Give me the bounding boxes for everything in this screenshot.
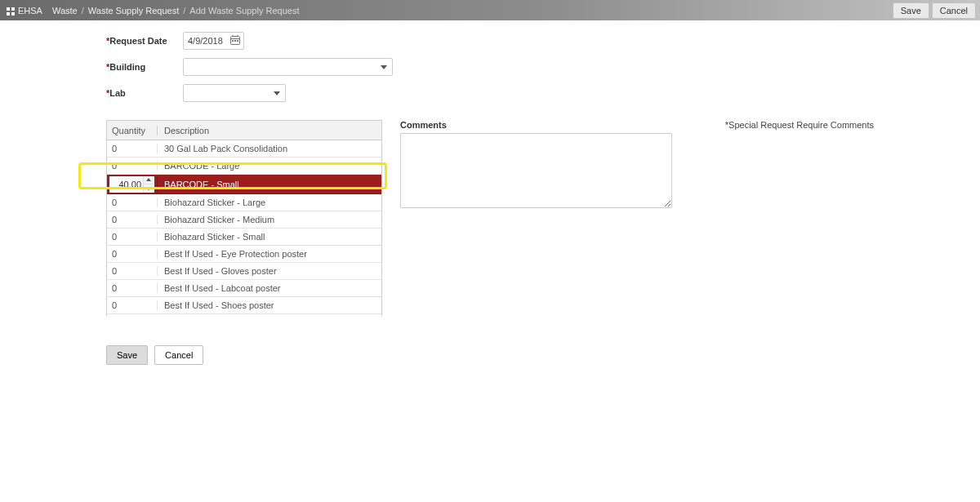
cell-description[interactable]: Biohazard Sticker - Large bbox=[158, 198, 381, 207]
svg-rect-9 bbox=[234, 40, 236, 42]
table-header: Quantity Description bbox=[107, 121, 381, 140]
header-quantity[interactable]: Quantity bbox=[107, 126, 158, 135]
header-description[interactable]: Description bbox=[158, 126, 381, 135]
form-row-building: *Building bbox=[106, 58, 874, 76]
building-select[interactable] bbox=[183, 58, 393, 76]
table-row[interactable]: 0Best If Used - Labcoat poster bbox=[107, 280, 381, 297]
breadcrumb-separator: / bbox=[82, 6, 84, 16]
cell-quantity[interactable]: 0 bbox=[107, 300, 158, 310]
svg-rect-3 bbox=[11, 12, 15, 16]
quantity-input[interactable] bbox=[109, 180, 143, 189]
chevron-down-icon bbox=[381, 65, 387, 69]
calendar-icon[interactable] bbox=[229, 34, 241, 46]
cancel-button[interactable]: Cancel bbox=[154, 345, 203, 365]
svg-rect-0 bbox=[7, 7, 10, 11]
label-lab: *Lab bbox=[106, 88, 183, 98]
cell-description[interactable]: BARCODE - Large bbox=[158, 161, 381, 171]
cell-description[interactable]: Biohazard Sticker - Small bbox=[158, 232, 381, 242]
topbar: EHSA Waste / Waste Supply Request / Add … bbox=[0, 0, 980, 20]
cell-quantity[interactable]: 0 bbox=[107, 144, 158, 153]
table-row[interactable]: 0Biohazard Sticker - Small bbox=[107, 229, 381, 246]
table-row[interactable]: 0Best If Used - Shoes poster bbox=[107, 297, 381, 314]
breadcrumb-app[interactable]: EHSA bbox=[18, 6, 42, 16]
cell-quantity[interactable]: 0 bbox=[107, 249, 158, 259]
cell-description[interactable]: 30 Gal Lab Pack Consolidation bbox=[158, 144, 381, 153]
breadcrumb-separator: / bbox=[183, 6, 185, 16]
top-save-button[interactable]: Save bbox=[893, 2, 929, 19]
save-button[interactable]: Save bbox=[106, 345, 148, 365]
form-row-request-date: *Request Date bbox=[106, 32, 874, 50]
table-row[interactable]: 0Biohazard Sticker - Medium bbox=[107, 211, 381, 229]
cell-description[interactable]: BARCODE - Small bbox=[158, 180, 381, 189]
cell-quantity[interactable]: 0 bbox=[107, 232, 158, 242]
label-request-date: *Request Date bbox=[106, 36, 183, 46]
comments-label: Comments bbox=[400, 120, 447, 130]
label-building: *Building bbox=[106, 62, 183, 72]
svg-rect-8 bbox=[232, 40, 234, 42]
cell-description[interactable]: Best If Used - Eye Protection poster bbox=[158, 249, 381, 259]
table-row[interactable]: 0Best If Used - Gloves poster bbox=[107, 263, 381, 280]
cell-description[interactable]: Best If Used - Gloves poster bbox=[158, 266, 381, 276]
table-row[interactable]: 0Biohazard Sticker - Large bbox=[107, 194, 381, 211]
breadcrumb-current: Add Waste Supply Request bbox=[189, 6, 299, 16]
lab-select[interactable] bbox=[183, 84, 286, 102]
svg-rect-1 bbox=[11, 7, 15, 11]
svg-rect-2 bbox=[7, 12, 10, 16]
table-body[interactable]: 030 Gal Lab Pack Consolidation0BARCODE -… bbox=[107, 140, 381, 317]
form-row-lab: *Lab bbox=[106, 84, 874, 102]
quantity-stepper[interactable] bbox=[109, 176, 154, 193]
comments-textarea[interactable] bbox=[400, 133, 672, 208]
cell-description[interactable]: Biohazard Sticker - Medium bbox=[158, 215, 381, 224]
top-cancel-button[interactable]: Cancel bbox=[932, 2, 976, 19]
cell-description[interactable]: Best If Used - Shoes poster bbox=[158, 300, 381, 310]
step-up-icon[interactable] bbox=[144, 176, 154, 184]
supply-table: Quantity Description 030 Gal Lab Pack Co… bbox=[106, 120, 382, 316]
cell-quantity[interactable]: 0 bbox=[107, 266, 158, 276]
table-row[interactable]: 0Biohazard Spill Clean Up INSIDE a Biosa… bbox=[107, 314, 381, 317]
table-row[interactable]: 0BARCODE - Large bbox=[107, 158, 381, 175]
step-down-icon[interactable] bbox=[144, 184, 154, 193]
comments-note: *Special Request Require Comments bbox=[725, 120, 874, 130]
breadcrumb-waste-supply-request[interactable]: Waste Supply Request bbox=[88, 6, 179, 16]
chevron-down-icon bbox=[274, 91, 280, 96]
table-row[interactable]: BARCODE - Small bbox=[107, 175, 381, 194]
svg-rect-10 bbox=[237, 40, 238, 42]
table-row[interactable]: 030 Gal Lab Pack Consolidation bbox=[107, 140, 381, 158]
table-row[interactable]: 0Best If Used - Eye Protection poster bbox=[107, 246, 381, 263]
cell-quantity[interactable]: 0 bbox=[107, 161, 158, 171]
form-container: *Request Date *Building *Lab bbox=[106, 20, 874, 365]
apps-icon[interactable] bbox=[7, 7, 15, 16]
cell-quantity[interactable]: 0 bbox=[107, 283, 158, 293]
breadcrumb-waste[interactable]: Waste bbox=[52, 6, 78, 16]
cell-quantity[interactable]: 0 bbox=[107, 198, 158, 207]
cell-description[interactable]: Best If Used - Labcoat poster bbox=[158, 283, 381, 293]
cell-quantity[interactable]: 0 bbox=[107, 215, 158, 224]
